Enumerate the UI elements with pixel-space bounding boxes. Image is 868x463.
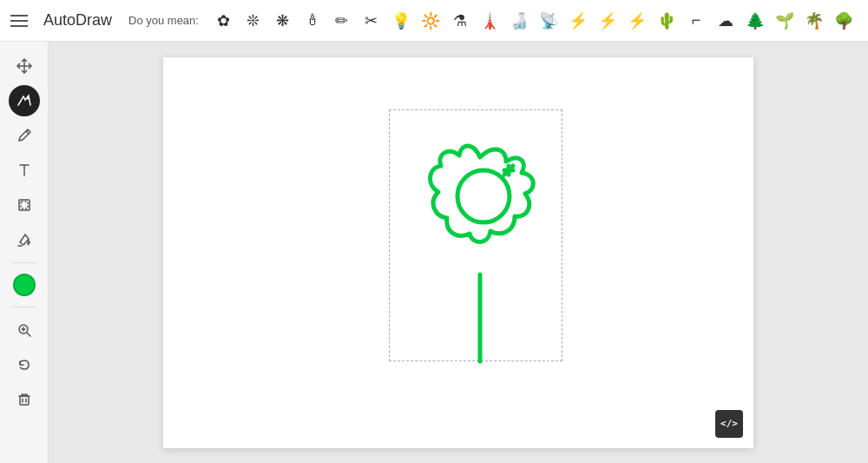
suggestion-antenna[interactable]: 📡 (536, 8, 562, 34)
suggestion-tree2[interactable]: 🌳 (831, 8, 857, 34)
move-tool[interactable] (9, 50, 40, 82)
suggestion-mushroom[interactable]: 🌱 (772, 8, 798, 34)
suggestion-pencil[interactable]: ✏ (329, 8, 355, 34)
svg-rect-6 (19, 200, 30, 210)
suggestion-lightning1[interactable]: ⚡ (565, 8, 591, 34)
suggestion-flower2[interactable]: ❊ (240, 8, 266, 34)
suggestion-flower[interactable]: ✿ (211, 8, 237, 34)
fill-tool[interactable] (9, 224, 40, 255)
suggestion-lighthouse[interactable]: 🗼 (477, 8, 503, 34)
zoom-tool[interactable] (9, 314, 40, 346)
main-area: </> (0, 42, 868, 463)
top-toolbar: AutoDraw Do you mean: ✿❊❋🕯✏✂💡🔆⚗🗼🍶📡⚡⚡⚡🌵⌐☁… (0, 0, 868, 42)
svg-line-10 (27, 333, 30, 336)
sidebar-divider-2 (11, 307, 37, 308)
shape-tool[interactable] (9, 189, 40, 221)
canvas-container[interactable]: </> (49, 42, 868, 463)
autodraw-tool[interactable] (9, 85, 40, 116)
svg-rect-7 (21, 202, 28, 208)
svg-rect-13 (20, 396, 29, 405)
color-swatch[interactable] (13, 274, 36, 296)
sidebar-divider-1 (11, 262, 37, 263)
suggestion-bracket[interactable]: ⌐ (683, 8, 709, 34)
suggestion-lightning2[interactable]: ⚡ (595, 8, 621, 34)
flower-drawing (393, 105, 567, 366)
selection-box (389, 109, 562, 361)
suggestion-tree1[interactable]: 🌲 (742, 8, 768, 34)
suggestion-cloud[interactable]: ☁ (713, 8, 739, 34)
suggestion-lightbulb[interactable]: 💡 (388, 8, 414, 34)
suggestion-torch[interactable]: 🕯 (299, 8, 326, 34)
suggestion-lightning3[interactable]: ⚡ (624, 8, 650, 34)
drawing-canvas[interactable]: </> (163, 57, 753, 448)
do-you-mean-label: Do you mean: (128, 14, 199, 27)
hamburger-menu-button[interactable] (10, 9, 35, 33)
svg-point-17 (457, 170, 510, 222)
bottom-logo: </> (715, 410, 743, 438)
suggestion-icons-container: ✿❊❋🕯✏✂💡🔆⚗🗼🍶📡⚡⚡⚡🌵⌐☁🌲🌱🌴🌳ℹ (211, 8, 858, 34)
suggestion-cactus[interactable]: 🌵 (654, 8, 680, 34)
suggestion-scissors[interactable]: ✂ (358, 8, 385, 34)
text-tool[interactable] (9, 155, 40, 186)
suggestion-palm[interactable]: 🌴 (801, 8, 827, 34)
suggestion-bottle[interactable]: 🍶 (506, 8, 532, 34)
left-sidebar (0, 42, 49, 463)
delete-button[interactable] (9, 384, 40, 415)
svg-point-2 (26, 97, 29, 100)
suggestion-beaker[interactable]: ⚗ (447, 8, 473, 34)
undo-button[interactable] (9, 349, 40, 380)
pencil-tool[interactable] (9, 120, 40, 151)
svg-line-3 (26, 131, 29, 134)
svg-line-18 (504, 166, 513, 175)
suggestion-lamp[interactable]: 🔆 (418, 8, 444, 34)
suggestion-snowflake-flower[interactable]: ❋ (270, 8, 296, 34)
app-title: AutoDraw (43, 11, 113, 30)
